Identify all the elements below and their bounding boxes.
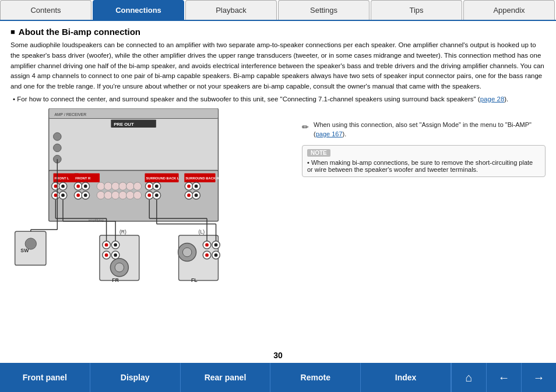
- svg-point-46: [155, 185, 159, 188]
- pencil-note: ✏ When using this connection, also set "…: [302, 120, 546, 139]
- front-panel-button[interactable]: Front panel: [0, 363, 90, 392]
- svg-text:FL: FL: [191, 277, 198, 283]
- svg-point-31: [111, 182, 119, 190]
- tab-connections[interactable]: Connections: [93, 0, 184, 20]
- svg-point-60: [195, 193, 198, 197]
- svg-text:FR: FR: [112, 277, 119, 283]
- svg-point-5: [54, 133, 62, 141]
- svg-point-72: [105, 253, 108, 257]
- pencil-note-text: When using this connection, also set "As…: [314, 120, 546, 139]
- svg-point-34: [133, 182, 142, 190]
- pencil-icon: ✏: [302, 121, 309, 139]
- svg-point-16: [54, 193, 58, 197]
- bullet-1: For how to connect the center, and surro…: [10, 94, 546, 105]
- svg-text:FRONT L: FRONT L: [54, 176, 69, 180]
- svg-point-50: [155, 193, 159, 197]
- svg-point-58: [187, 193, 191, 197]
- home-icon: ⌂: [465, 371, 472, 384]
- tab-playback[interactable]: Playback: [185, 0, 277, 20]
- svg-point-36: [104, 191, 112, 199]
- svg-point-6: [54, 144, 62, 152]
- remote-button[interactable]: Remote: [270, 363, 361, 392]
- diagram-area: AMP / RECEIVER PRE OUT FRONT L: [10, 108, 296, 291]
- svg-point-76: [115, 263, 124, 272]
- back-arrow-icon: ←: [498, 371, 509, 384]
- svg-point-39: [126, 191, 135, 199]
- svg-point-87: [205, 253, 209, 257]
- note-label: NOTE: [307, 149, 330, 157]
- svg-point-64: [25, 238, 36, 249]
- forward-arrow-icon: →: [533, 371, 544, 384]
- page-ref-167[interactable]: page 167: [316, 130, 343, 137]
- bottom-navigation: Front panel Display Rear panel Remote In…: [0, 363, 556, 392]
- note-text: When making bi-amp connections, be sure …: [307, 159, 540, 173]
- svg-point-24: [84, 185, 87, 188]
- svg-point-28: [84, 193, 87, 197]
- svg-point-12: [54, 185, 58, 188]
- page-ref-28[interactable]: page 28: [480, 96, 505, 103]
- tab-contents[interactable]: Contents: [0, 0, 92, 20]
- section-title: About the Bi-amp connection: [10, 27, 546, 37]
- svg-text:(R): (R): [119, 229, 126, 235]
- svg-point-30: [104, 182, 112, 190]
- bi-amp-diagram: AMP / RECEIVER PRE OUT FRONT L: [10, 108, 296, 289]
- svg-point-33: [126, 182, 135, 190]
- svg-point-83: [205, 243, 209, 246]
- tab-tips[interactable]: Tips: [371, 0, 462, 20]
- svg-point-54: [187, 185, 191, 188]
- svg-text:FRONT R: FRONT R: [75, 176, 91, 180]
- svg-point-85: [214, 243, 218, 246]
- svg-point-74: [114, 253, 117, 257]
- note-box: NOTE When making bi-amp connections, be …: [302, 145, 546, 177]
- svg-point-70: [114, 243, 117, 246]
- index-button[interactable]: Index: [361, 363, 451, 392]
- note-area: ✏ When using this connection, also set "…: [302, 108, 546, 291]
- svg-point-81: [182, 248, 192, 257]
- body-text-1: Some audiophile loudspeakers can be conn…: [10, 40, 546, 92]
- svg-text:PRE OUT: PRE OUT: [114, 122, 134, 127]
- svg-point-29: [97, 182, 105, 190]
- forward-button[interactable]: →: [521, 363, 556, 392]
- rear-panel-button[interactable]: Rear panel: [181, 363, 271, 392]
- back-button[interactable]: ←: [486, 363, 521, 392]
- svg-text:(L): (L): [199, 229, 205, 235]
- main-content: About the Bi-amp connection Some audioph…: [0, 21, 556, 363]
- svg-point-35: [97, 191, 105, 199]
- svg-point-38: [119, 191, 127, 199]
- page-number: 30: [273, 351, 283, 360]
- svg-point-32: [119, 182, 127, 190]
- svg-point-37: [111, 191, 119, 199]
- svg-text:AMP / RECEIVER: AMP / RECEIVER: [54, 112, 86, 116]
- svg-text:SURROUND BACK L: SURROUND BACK L: [146, 176, 179, 180]
- svg-text:SURROUND BACK R: SURROUND BACK R: [185, 176, 219, 180]
- top-navigation: Contents Connections Playback Settings T…: [0, 0, 556, 21]
- svg-point-48: [147, 193, 151, 197]
- svg-point-44: [147, 185, 151, 188]
- svg-point-56: [195, 185, 198, 188]
- home-button[interactable]: ⌂: [451, 363, 486, 392]
- svg-point-68: [105, 243, 108, 246]
- tab-appendix[interactable]: Appendix: [463, 0, 555, 20]
- tab-settings[interactable]: Settings: [278, 0, 370, 20]
- svg-point-89: [214, 253, 218, 257]
- svg-point-40: [133, 191, 142, 199]
- diagram-note-row: AMP / RECEIVER PRE OUT FRONT L: [10, 108, 546, 291]
- svg-point-26: [76, 193, 80, 197]
- svg-point-18: [61, 193, 65, 197]
- svg-point-22: [76, 185, 80, 188]
- svg-point-14: [61, 185, 65, 188]
- display-button[interactable]: Display: [90, 363, 181, 392]
